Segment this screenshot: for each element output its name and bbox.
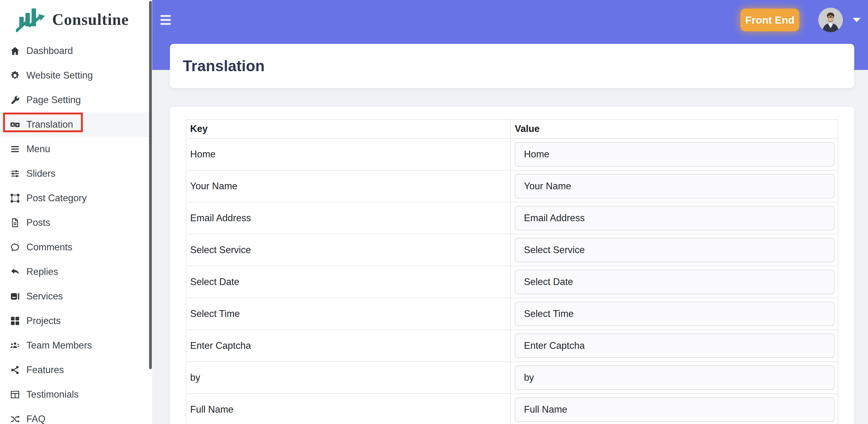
comment-icon: [10, 242, 20, 252]
translation-value-input[interactable]: [515, 365, 835, 390]
chevron-down-icon[interactable]: [852, 18, 861, 22]
home-icon: [10, 46, 20, 56]
sidebar-item-label: Post Category: [26, 193, 87, 204]
key-column-header: Key: [186, 119, 511, 139]
user-avatar[interactable]: [818, 8, 843, 32]
topbar: Front End: [152, 0, 868, 40]
sidebar-item-website-setting[interactable]: Website Setting: [0, 63, 152, 88]
translation-key: Full Name: [186, 394, 511, 424]
sidebar-item-posts[interactable]: Posts: [0, 210, 152, 235]
sidebar-item-label: Menu: [26, 144, 50, 155]
table-header-row: Key Value: [186, 119, 838, 139]
share-icon: [10, 365, 20, 375]
translation-table-card: Key Value Home Your Name Email Address S…: [170, 107, 854, 424]
stack-icon: [10, 291, 20, 302]
vector-square-icon: [10, 193, 20, 204]
brand-logo[interactable]: Consultine: [0, 0, 152, 39]
table-row: Your Name: [186, 170, 838, 202]
app-root: Consultine Dashboard Website Setting Pag…: [0, 0, 868, 424]
sidebar-item-sliders[interactable]: Sliders: [0, 161, 152, 186]
sidebar-item-label: Page Setting: [26, 94, 81, 105]
table-row: Full Name: [186, 394, 838, 424]
translation-key: Email Address: [186, 202, 511, 234]
translation-value-input[interactable]: [515, 397, 835, 422]
sidebar-item-replies[interactable]: Replies: [0, 260, 152, 284]
sidebar-item-features[interactable]: Features: [0, 358, 152, 382]
sidebar-item-post-category[interactable]: Post Category: [0, 186, 152, 210]
avatar-photo: [818, 8, 843, 32]
translation-value-input[interactable]: [515, 174, 835, 199]
shuffle-icon: [10, 414, 20, 424]
table-row: Enter Captcha: [186, 330, 838, 362]
table-icon: [10, 389, 20, 400]
sidebar-item-menu[interactable]: Menu: [0, 137, 152, 161]
main-area: Front End: [152, 0, 868, 424]
wrench-icon: [10, 95, 20, 105]
sidebar-nav: Dashboard Website Setting Page Setting A…: [0, 39, 152, 424]
translation-table: Key Value Home Your Name Email Address S…: [186, 119, 838, 424]
gear-icon: [10, 70, 20, 81]
page-title: Translation: [183, 57, 265, 75]
sidebar-item-label: Team Members: [26, 340, 92, 351]
sidebar-item-team-members[interactable]: Team Members: [0, 333, 152, 358]
svg-text:A: A: [11, 123, 14, 126]
sidebar-item-label: Services: [26, 291, 63, 302]
sidebar-item-label: Testimonials: [26, 389, 79, 400]
sidebar-item-label: Posts: [26, 217, 50, 228]
sidebar-item-label: Translation: [26, 119, 73, 130]
hamburger-menu-icon[interactable]: [160, 15, 171, 25]
table-row: Email Address: [186, 202, 838, 234]
value-column-header: Value: [511, 119, 838, 139]
sidebar-item-projects[interactable]: Projects: [0, 309, 152, 333]
translation-key: by: [186, 362, 511, 394]
translation-value-input[interactable]: [515, 270, 835, 294]
translation-key: Your Name: [186, 170, 511, 202]
translation-key: Home: [186, 139, 511, 170]
translate-icon: A: [10, 119, 20, 130]
topbar-right: Front End: [740, 8, 861, 32]
sidebar-item-label: Features: [26, 364, 64, 375]
sidebar-item-services[interactable]: Services: [0, 284, 152, 309]
table-body: Home Your Name Email Address Select Serv…: [186, 139, 838, 424]
table-row: Home: [186, 139, 838, 170]
file-icon: [10, 217, 20, 228]
sidebar-item-translation[interactable]: A Translation: [0, 112, 152, 137]
table-row: Select Service: [186, 234, 838, 266]
table-row: Select Date: [186, 266, 838, 298]
brand-name: Consultine: [52, 10, 129, 29]
translation-value-input[interactable]: [515, 142, 835, 166]
translation-value-input[interactable]: [515, 238, 835, 262]
reply-icon: [10, 267, 20, 277]
sidebar: Consultine Dashboard Website Setting Pag…: [0, 0, 152, 424]
sidebar-item-label: Dashboard: [26, 46, 73, 56]
sidebar-item-label: FAQ: [26, 414, 45, 424]
grid-icon: [10, 316, 20, 326]
sidebar-item-label: Comments: [26, 242, 72, 253]
sidebar-scrollbar[interactable]: [149, 1, 152, 369]
translation-key: Select Service: [186, 234, 511, 266]
front-end-button[interactable]: Front End: [740, 8, 799, 31]
menu-icon: [10, 144, 20, 154]
users-icon: [10, 340, 20, 351]
sidebar-item-comments[interactable]: Comments: [0, 235, 152, 260]
bar-chart-arrow-logo-icon: [16, 6, 46, 33]
sidebar-item-label: Replies: [26, 266, 58, 277]
translation-value-input[interactable]: [515, 333, 835, 358]
translation-key: Select Time: [186, 298, 511, 330]
sidebar-item-page-setting[interactable]: Page Setting: [0, 88, 152, 112]
translation-value-input[interactable]: [515, 302, 835, 326]
sidebar-item-testimonials[interactable]: Testimonials: [0, 382, 152, 407]
table-row: Select Time: [186, 298, 838, 330]
table-row: by: [186, 362, 838, 394]
sidebar-item-label: Website Setting: [26, 70, 93, 81]
translation-key: Enter Captcha: [186, 330, 511, 362]
sidebar-item-label: Projects: [26, 315, 61, 327]
translation-value-input[interactable]: [515, 206, 835, 231]
page-header-card: Translation: [170, 44, 854, 88]
translation-key: Select Date: [186, 266, 511, 298]
sidebar-item-label: Sliders: [26, 168, 56, 179]
sidebar-item-dashboard[interactable]: Dashboard: [0, 39, 152, 63]
sliders-icon: [10, 169, 20, 179]
sidebar-item-faq[interactable]: FAQ: [0, 407, 152, 424]
